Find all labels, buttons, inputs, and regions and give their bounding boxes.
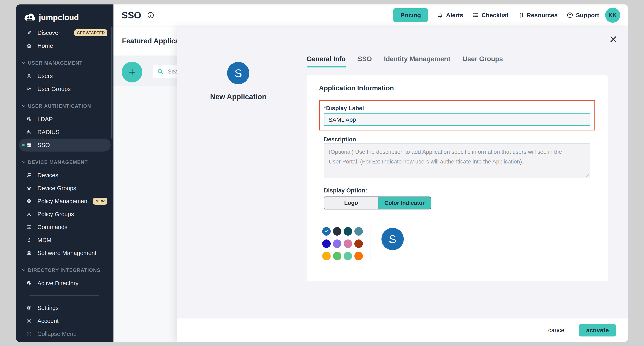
app-window: jumpcloud Discover GET STARTED Home USER… [16, 5, 628, 342]
home-icon [26, 43, 32, 49]
jumpcloud-cloud-icon [24, 13, 36, 22]
checklist-button[interactable]: Checklist [472, 12, 508, 19]
tab-user-groups[interactable]: User Groups [462, 55, 503, 67]
sidebar-item-user-groups[interactable]: User Groups [19, 82, 111, 95]
color-swatch[interactable] [354, 252, 363, 260]
sidebar-item-settings[interactable]: Settings [19, 301, 111, 314]
sidebar-item-label: Discover [38, 30, 60, 36]
sidebar-item-label: Policy Management [38, 198, 89, 205]
swatch-preview-divider [370, 226, 371, 261]
chevron-down-icon [22, 104, 26, 108]
sidebar-item-devices[interactable]: Devices [19, 169, 111, 182]
color-swatch[interactable] [333, 239, 342, 248]
policy-groups-icon [26, 212, 32, 217]
sidebar-item-sso[interactable]: SSO [19, 138, 111, 151]
sidebar-divider [30, 295, 99, 296]
user-avatar[interactable]: KK [605, 8, 620, 23]
check-icon [324, 229, 329, 234]
sidebar-item-active-directory[interactable]: Active Directory [19, 277, 111, 290]
resources-button[interactable]: Resources [518, 12, 558, 19]
sidebar-item-label: Active Directory [38, 280, 78, 287]
sidebar-item-users[interactable]: Users [19, 70, 111, 82]
chevron-down-icon [22, 61, 26, 65]
modal-footer: cancel activate [177, 318, 628, 342]
info-icon[interactable] [147, 11, 154, 19]
color-swatch[interactable] [354, 239, 363, 248]
help-icon [566, 12, 574, 19]
support-button[interactable]: Support [566, 12, 599, 19]
color-swatch[interactable] [344, 252, 352, 260]
description-label: Description [324, 136, 356, 143]
sidebar-item-software-management[interactable]: Software Management [19, 247, 111, 259]
resize-grip-icon[interactable] [586, 174, 589, 177]
color-swatch[interactable] [354, 227, 363, 236]
activate-button[interactable]: activate [579, 324, 616, 336]
sidebar-item-discover[interactable]: Discover GET STARTED [19, 26, 111, 39]
sidebar-scrollbar[interactable] [112, 26, 112, 139]
page-title: SSO [122, 10, 141, 21]
card-title: Application Information [319, 84, 394, 92]
color-swatch-selected[interactable] [322, 227, 331, 236]
main-area: SSO Pricing Alerts Checklist Resources [114, 5, 628, 342]
user-icon [26, 73, 32, 79]
close-button[interactable] [609, 35, 618, 44]
display-option-toggle: Logo Color Indicator [324, 197, 431, 210]
color-swatch[interactable] [333, 227, 342, 236]
sidebar-item-radius[interactable]: RADIUS [19, 126, 111, 138]
tab-general-info[interactable]: General Info [307, 55, 346, 67]
sidebar-item-policy-management[interactable]: Policy Management NEW [19, 195, 111, 208]
color-swatch[interactable] [344, 227, 352, 236]
sidebar-section-user-authentication[interactable]: USER AUTHENTICATION [19, 100, 111, 113]
jumpcloud-wordmark: jumpcloud [39, 13, 79, 22]
sidebar-item-label: Devices [38, 172, 58, 179]
ldap-database-icon [26, 116, 32, 122]
sidebar-item-home[interactable]: Home [19, 39, 111, 52]
color-indicator-option-button[interactable]: Color Indicator [378, 197, 431, 210]
chevron-down-icon [22, 268, 26, 272]
description-textarea[interactable] [324, 143, 590, 178]
cancel-button[interactable]: cancel [548, 327, 566, 334]
color-swatch[interactable] [333, 252, 342, 260]
account-icon [26, 318, 32, 324]
sidebar-section-user-management[interactable]: USER MANAGEMENT [19, 57, 111, 70]
color-swatch[interactable] [322, 252, 331, 260]
sidebar-section-directory-integrations[interactable]: DIRECTORY INTEGRATIONS [19, 264, 111, 277]
alerts-button[interactable]: Alerts [437, 12, 463, 19]
color-swatch[interactable] [322, 239, 331, 248]
search-icon [157, 68, 164, 75]
add-application-button[interactable] [122, 62, 142, 82]
modal-tabs: General Info SSO Identity Management Use… [307, 55, 503, 67]
radius-icon [26, 129, 32, 135]
sidebar-item-label: Home [38, 43, 53, 49]
sidebar-item-mdm[interactable]: MDM [19, 234, 111, 247]
sidebar-item-ldap[interactable]: LDAP [19, 113, 111, 126]
sidebar-item-label: LDAP [38, 116, 53, 123]
device-groups-icon [26, 186, 32, 191]
user-group-icon [26, 86, 32, 92]
logo-option-button[interactable]: Logo [324, 197, 378, 210]
close-icon [609, 35, 618, 44]
policy-management-icon [26, 199, 32, 204]
sidebar-nav: Discover GET STARTED Home USER MANAGEMEN… [16, 26, 114, 340]
display-label-text: *Display Label [324, 105, 364, 112]
color-indicator-preview: S [382, 228, 404, 250]
chevron-down-icon [22, 160, 26, 164]
tab-identity-management[interactable]: Identity Management [384, 55, 450, 67]
sidebar-item-label: Software Management [38, 250, 96, 256]
sidebar-section-device-management[interactable]: DEVICE MANAGEMENT [19, 156, 111, 169]
sidebar-item-label: Users [38, 73, 53, 79]
sidebar-item-account[interactable]: Account [19, 314, 111, 327]
tab-sso[interactable]: SSO [358, 55, 372, 67]
devices-icon [26, 172, 32, 178]
color-swatch[interactable] [344, 239, 352, 248]
sidebar-item-collapse-menu[interactable]: Collapse Menu [19, 327, 111, 340]
application-avatar: S [227, 62, 250, 84]
rocket-icon [26, 30, 32, 36]
sidebar: jumpcloud Discover GET STARTED Home USER… [16, 5, 114, 342]
sidebar-item-commands[interactable]: Commands [19, 221, 111, 234]
pricing-button[interactable]: Pricing [394, 8, 428, 22]
sidebar-item-device-groups[interactable]: Device Groups [19, 182, 111, 195]
sidebar-item-policy-groups[interactable]: Policy Groups [19, 208, 111, 221]
jumpcloud-logo[interactable]: jumpcloud [24, 12, 114, 23]
display-label-input[interactable] [324, 113, 590, 126]
